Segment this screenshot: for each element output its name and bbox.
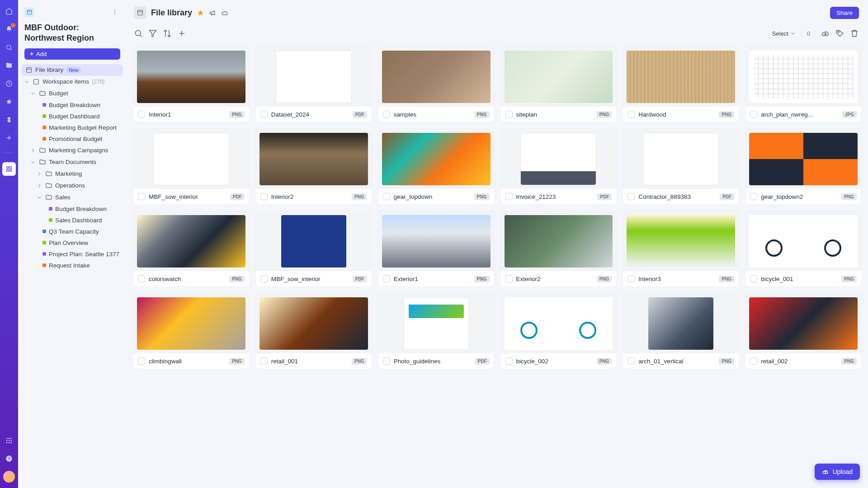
- sidebar-item-file-library[interactable]: File library New: [22, 64, 123, 76]
- cloud-icon[interactable]: [221, 9, 229, 17]
- star-icon[interactable]: [197, 9, 204, 17]
- trash-icon[interactable]: [850, 29, 859, 38]
- plus-icon[interactable]: [3, 132, 15, 144]
- sidebar-item-plan-overview[interactable]: Plan Overview: [22, 237, 123, 249]
- file-card[interactable]: siteplanPNG: [500, 46, 617, 122]
- file-card[interactable]: arch_plan_nwreg...JPG: [745, 46, 862, 122]
- file-checkbox[interactable]: [627, 111, 635, 118]
- file-card[interactable]: arch_01_verticalPNG: [623, 293, 739, 369]
- file-checkbox[interactable]: [260, 275, 268, 282]
- file-card[interactable]: MBF_sow_interiorPDF: [255, 211, 372, 287]
- file-card[interactable]: samplesPNG: [378, 46, 495, 122]
- file-card[interactable]: Exterior2PNG: [500, 211, 617, 287]
- folder-icon[interactable]: [3, 60, 15, 71]
- file-card[interactable]: MBF_sow_interiorPDF: [133, 128, 250, 205]
- file-checkbox[interactable]: [750, 357, 757, 365]
- sidebar-item-q3-capacity[interactable]: Q3 Team Capacity: [22, 226, 123, 237]
- megaphone-icon[interactable]: [209, 9, 217, 17]
- diamond-icon[interactable]: [3, 114, 15, 126]
- file-checkbox[interactable]: [505, 275, 513, 282]
- sidebar-item-operations[interactable]: Operations: [22, 180, 123, 192]
- file-card[interactable]: gear_topdown2PNG: [745, 128, 862, 205]
- file-checkbox[interactable]: [505, 111, 513, 118]
- sidebar-item-marketing[interactable]: Marketing: [22, 168, 123, 180]
- file-checkbox[interactable]: [750, 275, 757, 282]
- tag-icon[interactable]: [835, 29, 844, 38]
- more-icon[interactable]: [111, 9, 120, 16]
- file-checkbox[interactable]: [383, 193, 390, 200]
- file-card[interactable]: Photo_guidelinesPDF: [378, 293, 495, 369]
- sidebar-item-project-plan[interactable]: Project Plan: Seattle 1377: [22, 249, 123, 260]
- home-icon[interactable]: [3, 5, 15, 17]
- file-card[interactable]: HardwoodPNG: [623, 46, 739, 122]
- file-card[interactable]: retail_002PNG: [745, 293, 862, 369]
- svg-point-0: [7, 45, 11, 49]
- file-checkbox[interactable]: [138, 357, 145, 365]
- sidebar-item-team-documents[interactable]: Team Documents: [22, 156, 123, 168]
- sidebar-item-request-intake[interactable]: Request Intake: [22, 260, 123, 271]
- file-checkbox[interactable]: [505, 357, 513, 365]
- file-checkbox[interactable]: [260, 111, 268, 118]
- file-card[interactable]: climbingwallPNG: [133, 293, 250, 369]
- add-button[interactable]: Add: [24, 48, 120, 60]
- file-card[interactable]: Exterior1PNG: [378, 211, 495, 287]
- file-type-badge: PNG: [841, 193, 857, 200]
- svg-rect-3: [9, 167, 11, 169]
- sidebar-item-budget-breakdown[interactable]: Budget Breakdown: [22, 99, 123, 111]
- file-checkbox[interactable]: [260, 193, 268, 200]
- file-checkbox[interactable]: [505, 193, 513, 200]
- file-checkbox[interactable]: [627, 275, 635, 282]
- file-checkbox[interactable]: [383, 357, 390, 365]
- file-card[interactable]: retail_001PNG: [255, 293, 372, 369]
- file-card[interactable]: Interior2PNG: [255, 128, 372, 205]
- file-checkbox[interactable]: [138, 275, 145, 282]
- search-icon[interactable]: [134, 29, 143, 38]
- file-checkbox[interactable]: [260, 357, 268, 365]
- file-card[interactable]: Interior3PNG: [623, 211, 739, 287]
- star-icon[interactable]: [3, 96, 15, 108]
- plus-icon[interactable]: [177, 29, 186, 38]
- sidebar-item-sales-dashboard[interactable]: Sales Dashboard: [22, 215, 123, 226]
- file-checkbox[interactable]: [383, 111, 390, 118]
- sidebar-item-promotional-budget[interactable]: Promotional Budget: [22, 133, 123, 145]
- sidebar-item-budget-dashboard[interactable]: Budget Dashboard: [22, 111, 123, 122]
- file-card[interactable]: gear_topdownPNG: [378, 128, 495, 205]
- file-checkbox[interactable]: [750, 111, 757, 118]
- chevron-down-icon: [30, 159, 36, 165]
- file-card[interactable]: bicycle_002PNG: [500, 293, 617, 369]
- clock-icon[interactable]: [3, 78, 15, 89]
- file-checkbox[interactable]: [138, 193, 145, 200]
- help-icon[interactable]: ?: [3, 453, 15, 465]
- file-checkbox[interactable]: [750, 193, 757, 200]
- file-checkbox[interactable]: [138, 111, 145, 118]
- file-checkbox[interactable]: [627, 357, 635, 365]
- sidebar-item-budget[interactable]: Budget: [22, 88, 123, 99]
- user-avatar[interactable]: [3, 471, 15, 483]
- file-card[interactable]: Dataset_2024PDF: [255, 46, 372, 122]
- file-card[interactable]: Invoice_21223PDF: [500, 128, 617, 205]
- sidebar-item-sales-budget-breakdown[interactable]: Budget Breakdown: [22, 203, 123, 215]
- sidebar-item-marketing-budget[interactable]: Marketing Budget Report: [22, 122, 123, 133]
- workspace-logo[interactable]: [24, 7, 34, 17]
- apps-icon[interactable]: [3, 435, 15, 446]
- sidebar-item-sales[interactable]: Sales: [22, 192, 123, 203]
- file-card[interactable]: Interior1PNG: [133, 46, 250, 122]
- file-card[interactable]: colorswatchPNG: [133, 211, 250, 287]
- file-checkbox[interactable]: [627, 193, 635, 200]
- filter-icon[interactable]: [148, 29, 157, 38]
- upload-button[interactable]: Upload: [815, 464, 860, 480]
- download-icon[interactable]: [821, 29, 830, 38]
- workspace-icon[interactable]: [2, 162, 16, 176]
- share-button[interactable]: Share: [830, 7, 859, 19]
- sidebar-item-workspace[interactable]: Workspace items (270): [22, 76, 123, 88]
- sidebar-item-marketing-campaigns[interactable]: Marketing Campaigns: [22, 145, 123, 156]
- bell-icon[interactable]: [3, 23, 15, 35]
- file-name: bicycle_001: [761, 276, 838, 282]
- file-checkbox[interactable]: [383, 275, 390, 282]
- search-icon[interactable]: [3, 42, 15, 53]
- sort-icon[interactable]: [163, 29, 172, 38]
- file-thumbnail: [623, 47, 739, 107]
- select-dropdown[interactable]: Select: [772, 30, 796, 37]
- file-card[interactable]: Contractor_889383PDF: [623, 128, 739, 205]
- file-card[interactable]: bicycle_001PNG: [745, 211, 862, 287]
